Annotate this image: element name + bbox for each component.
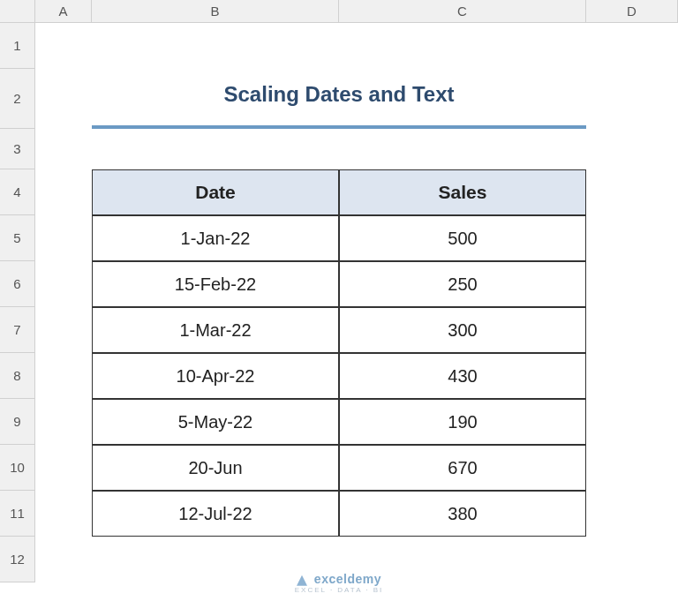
table-row[interactable]: 12-Jul-22 xyxy=(92,491,339,537)
row-3: 3 xyxy=(0,129,678,169)
row-header-7[interactable]: 7 xyxy=(0,307,35,353)
table-row[interactable]: 380 xyxy=(339,491,586,537)
table-header-date[interactable]: Date xyxy=(92,169,339,215)
row-header-6[interactable]: 6 xyxy=(0,261,35,307)
table-row[interactable]: 10-Apr-22 xyxy=(92,353,339,399)
cell-a9[interactable] xyxy=(35,399,92,445)
table-row[interactable]: 500 xyxy=(339,215,586,261)
row-7: 7 1-Mar-22 300 xyxy=(0,307,678,353)
cell-a6[interactable] xyxy=(35,261,92,307)
cell-d2[interactable] xyxy=(586,69,678,129)
cell-c12[interactable] xyxy=(339,537,586,582)
cell-d1[interactable] xyxy=(586,23,678,69)
row-header-9[interactable]: 9 xyxy=(0,399,35,445)
table-row[interactable]: 5-May-22 xyxy=(92,399,339,445)
table-row[interactable]: 1-Jan-22 xyxy=(92,215,339,261)
row-header-10[interactable]: 10 xyxy=(0,445,35,491)
page-title[interactable]: Scaling Dates and Text xyxy=(92,69,586,129)
cell-d4[interactable] xyxy=(586,169,678,215)
row-4: 4 Date Sales xyxy=(0,169,678,215)
cell-a10[interactable] xyxy=(35,445,92,491)
column-header-row: A B C D xyxy=(0,0,678,23)
row-1: 1 xyxy=(0,23,678,69)
cell-a7[interactable] xyxy=(35,307,92,353)
table-row[interactable]: 1-Mar-22 xyxy=(92,307,339,353)
row-11: 11 12-Jul-22 380 xyxy=(0,491,678,537)
cell-d11[interactable] xyxy=(586,491,678,537)
cell-d5[interactable] xyxy=(586,215,678,261)
cell-c1[interactable] xyxy=(339,23,586,69)
row-header-2[interactable]: 2 xyxy=(0,69,35,129)
cell-d9[interactable] xyxy=(586,399,678,445)
cell-b3[interactable] xyxy=(92,129,339,169)
table-row[interactable]: 190 xyxy=(339,399,586,445)
cell-d12[interactable] xyxy=(586,537,678,582)
cell-a3[interactable] xyxy=(35,129,92,169)
row-10: 10 20-Jun 670 xyxy=(0,445,678,491)
row-12: 12 xyxy=(0,537,678,582)
row-2: 2 Scaling Dates and Text xyxy=(0,69,678,129)
cell-d8[interactable] xyxy=(586,353,678,399)
cell-a1[interactable] xyxy=(35,23,92,69)
table-row[interactable]: 250 xyxy=(339,261,586,307)
cell-d3[interactable] xyxy=(586,129,678,169)
col-header-b[interactable]: B xyxy=(92,0,339,23)
table-row[interactable]: 20-Jun xyxy=(92,445,339,491)
row-6: 6 15-Feb-22 250 xyxy=(0,261,678,307)
row-5: 5 1-Jan-22 500 xyxy=(0,215,678,261)
cell-d10[interactable] xyxy=(586,445,678,491)
select-all-corner[interactable] xyxy=(0,0,35,23)
cell-b12[interactable] xyxy=(92,537,339,582)
row-header-5[interactable]: 5 xyxy=(0,215,35,261)
table-row[interactable]: 670 xyxy=(339,445,586,491)
cell-c3[interactable] xyxy=(339,129,586,169)
cell-a11[interactable] xyxy=(35,491,92,537)
cell-a4[interactable] xyxy=(35,169,92,215)
row-header-4[interactable]: 4 xyxy=(0,169,35,215)
col-header-a[interactable]: A xyxy=(35,0,92,23)
table-row[interactable]: 300 xyxy=(339,307,586,353)
col-header-c[interactable]: C xyxy=(339,0,586,23)
grid-body: 1 2 Scaling Dates and Text 3 4 Date Sale… xyxy=(0,23,678,582)
row-8: 8 10-Apr-22 430 xyxy=(0,353,678,399)
cell-a8[interactable] xyxy=(35,353,92,399)
cell-a5[interactable] xyxy=(35,215,92,261)
row-header-8[interactable]: 8 xyxy=(0,353,35,399)
table-header-sales[interactable]: Sales xyxy=(339,169,586,215)
row-header-12[interactable]: 12 xyxy=(0,537,35,582)
table-row[interactable]: 15-Feb-22 xyxy=(92,261,339,307)
cell-a2[interactable] xyxy=(35,69,92,129)
watermark-sub: EXCEL · DATA · BI xyxy=(0,586,678,594)
cell-b1[interactable] xyxy=(92,23,339,69)
row-9: 9 5-May-22 190 xyxy=(0,399,678,445)
cell-d6[interactable] xyxy=(586,261,678,307)
cell-a12[interactable] xyxy=(35,537,92,582)
row-header-11[interactable]: 11 xyxy=(0,491,35,537)
cell-d7[interactable] xyxy=(586,307,678,353)
row-header-1[interactable]: 1 xyxy=(0,23,35,69)
table-row[interactable]: 430 xyxy=(339,353,586,399)
row-header-3[interactable]: 3 xyxy=(0,129,35,169)
col-header-d[interactable]: D xyxy=(586,0,678,23)
